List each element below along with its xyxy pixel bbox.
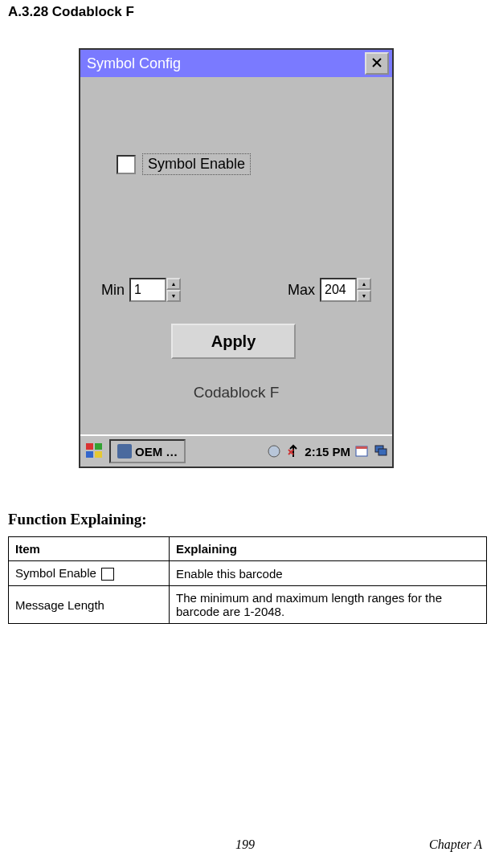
symbol-enable-label: Symbol Enable — [142, 153, 251, 175]
svg-rect-6 — [356, 446, 367, 449]
symbol-enable-checkbox[interactable] — [117, 155, 136, 174]
taskbar-app-label: OEM … — [135, 445, 178, 458]
function-explaining-heading: Function Explaining: — [8, 511, 147, 528]
explain-table: Item Explaining Symbol Enable Enable thi… — [8, 536, 487, 624]
taskbar: OEM … 2:15 PM — [80, 434, 392, 467]
min-input-wrap: ▲ ▼ — [129, 278, 181, 302]
min-label: Min — [101, 282, 125, 299]
table-cell-explaining: The minimum and maximum length ranges fo… — [170, 586, 487, 624]
page-number: 199 — [235, 837, 255, 852]
dialog-body: Symbol Enable Min ▲ ▼ Max ▲ — [80, 77, 392, 434]
table-header-explaining: Explaining — [170, 537, 487, 561]
start-icon[interactable] — [84, 441, 106, 462]
windows-flag-icon — [86, 443, 104, 459]
table-header-row: Item Explaining — [9, 537, 487, 561]
window-title: Symbol Config — [84, 55, 365, 72]
table-cell-item: Message Length — [9, 586, 170, 624]
min-max-row: Min ▲ ▼ Max ▲ ▼ — [101, 278, 371, 302]
max-spin-down[interactable]: ▼ — [357, 290, 371, 302]
page-footer: 199 Chapter A — [8, 837, 482, 852]
checkbox-icon — [101, 568, 114, 581]
min-spin-up[interactable]: ▲ — [166, 278, 181, 290]
apply-button[interactable]: Apply — [171, 324, 296, 359]
max-input-wrap: ▲ ▼ — [320, 278, 371, 302]
table-item-text: Symbol Enable — [15, 566, 96, 580]
svg-point-2 — [268, 446, 280, 457]
table-row: Message Length The minimum and maximum l… — [9, 586, 487, 624]
max-group: Max ▲ ▼ — [288, 278, 371, 302]
max-input[interactable] — [320, 278, 357, 302]
symbol-config-window: Symbol Config Symbol Enable Min ▲ ▼ — [79, 48, 394, 468]
taskbar-app-button[interactable]: OEM … — [109, 439, 186, 463]
tray-calendar-icon[interactable] — [354, 443, 370, 459]
close-icon — [371, 55, 382, 72]
min-group: Min ▲ ▼ — [101, 278, 181, 302]
close-button[interactable] — [365, 52, 389, 75]
max-spinner: ▲ ▼ — [357, 278, 371, 302]
symbol-enable-group: Symbol Enable — [117, 153, 251, 175]
table-row: Symbol Enable Enable this barcode — [9, 561, 487, 586]
min-input[interactable] — [129, 278, 166, 302]
dialog-footer-name: Codablock F — [80, 384, 392, 401]
tray-clock[interactable]: 2:15 PM — [305, 445, 350, 458]
max-label: Max — [288, 282, 315, 299]
table-cell-item: Symbol Enable — [9, 561, 170, 586]
table-cell-explaining: Enable this barcode — [170, 561, 487, 586]
svg-rect-8 — [378, 449, 387, 455]
table-header-item: Item — [9, 537, 170, 561]
tray-network-icon[interactable] — [266, 443, 282, 459]
tray-x-icon[interactable] — [285, 443, 301, 459]
section-heading: A.3.28 Codablock F — [8, 4, 134, 20]
min-spinner: ▲ ▼ — [166, 278, 181, 302]
tray-desktop-icon[interactable] — [373, 443, 389, 459]
app-icon — [117, 444, 132, 458]
system-tray: 2:15 PM — [266, 443, 389, 459]
min-spin-down[interactable]: ▼ — [166, 290, 181, 302]
titlebar: Symbol Config — [80, 50, 392, 77]
max-spin-up[interactable]: ▲ — [357, 278, 371, 290]
chapter-label: Chapter A — [429, 837, 482, 852]
